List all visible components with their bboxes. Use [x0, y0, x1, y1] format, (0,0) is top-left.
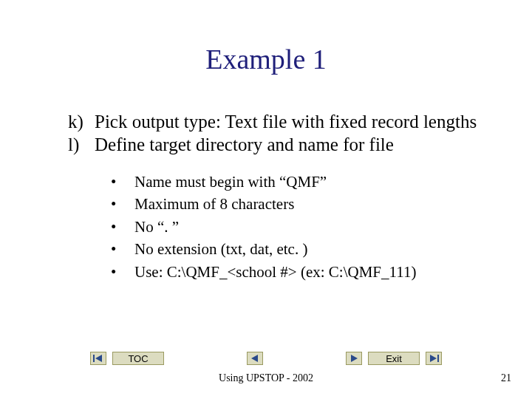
svg-marker-4 — [430, 355, 437, 362]
slide-title: Example 1 — [0, 43, 532, 75]
list-text: Define target directory and name for fil… — [95, 134, 488, 157]
skip-forward-icon — [429, 355, 439, 362]
list-item: • No extension (txt, dat, etc. ) — [111, 238, 532, 260]
nav-bar: TOC Exit — [0, 352, 532, 365]
svg-marker-1 — [95, 355, 102, 362]
bullet-icon: • — [111, 171, 134, 193]
list-text: Name must begin with “QMF” — [134, 171, 327, 193]
next-button[interactable] — [346, 352, 362, 365]
list-item: • Use: C:\QMF_<school #> (ex: C:\QMF_111… — [111, 261, 532, 283]
bullet-icon: • — [111, 238, 134, 260]
toc-button[interactable]: TOC — [112, 352, 164, 365]
list-text: No extension (txt, dat, etc. ) — [134, 238, 307, 260]
list-item: k) Pick output type: Text file with fixe… — [68, 111, 488, 134]
list-text: Use: C:\QMF_<school #> (ex: C:\QMF_111) — [134, 261, 416, 283]
exit-button[interactable]: Exit — [368, 352, 420, 365]
bullet-icon: • — [111, 216, 134, 238]
list-text: No “. ” — [134, 216, 179, 238]
list-marker: l) — [68, 134, 95, 157]
skip-back-icon — [93, 355, 103, 362]
svg-rect-0 — [93, 355, 95, 362]
play-forward-icon — [349, 355, 358, 362]
svg-rect-5 — [437, 355, 439, 362]
play-back-icon — [250, 355, 259, 362]
prev-button[interactable] — [247, 352, 263, 365]
footer-text: Using UPSTOP - 2002 — [0, 372, 532, 384]
list-item: • No “. ” — [111, 216, 532, 238]
svg-marker-2 — [251, 355, 258, 362]
list-text: Maximum of 8 characters — [134, 193, 294, 215]
list-marker: k) — [68, 111, 95, 134]
bullet-icon: • — [111, 261, 134, 283]
svg-marker-3 — [351, 355, 358, 362]
bullet-list: • Name must begin with “QMF” • Maximum o… — [111, 171, 532, 283]
list-text: Pick output type: Text file with fixed r… — [95, 111, 488, 134]
first-button[interactable] — [90, 352, 106, 365]
last-button[interactable] — [426, 352, 442, 365]
list-item: • Name must begin with “QMF” — [111, 171, 532, 193]
list-item: • Maximum of 8 characters — [111, 193, 532, 215]
bullet-icon: • — [111, 193, 134, 215]
ordered-list: k) Pick output type: Text file with fixe… — [68, 111, 488, 156]
list-item: l) Define target directory and name for … — [68, 134, 488, 157]
page-number: 21 — [501, 372, 511, 384]
